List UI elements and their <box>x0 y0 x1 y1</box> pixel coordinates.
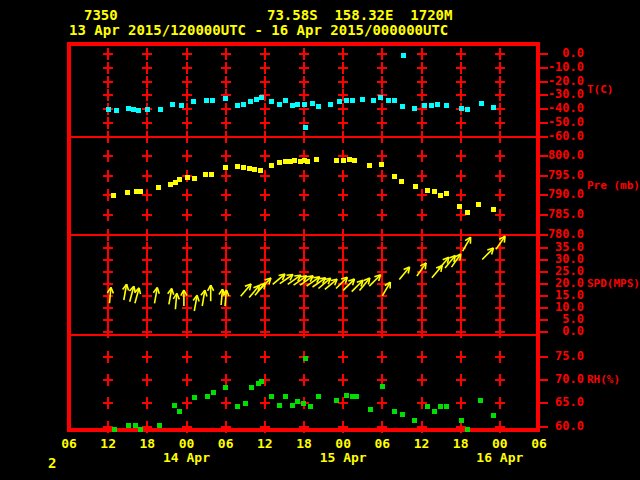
data-point-temperature <box>465 107 470 112</box>
data-point-relative_humidity <box>249 385 254 390</box>
data-point-pressure <box>457 204 462 209</box>
y-tick-label: -40.0 <box>540 102 584 115</box>
data-point-temperature <box>303 125 308 130</box>
y-tick-label: 65.0 <box>540 396 584 409</box>
panel-name-label: SPD(MPS) <box>587 278 640 290</box>
data-point-pressure <box>277 160 282 165</box>
data-point-temperature <box>248 99 253 104</box>
data-point-temperature <box>444 103 449 108</box>
data-point-temperature <box>191 99 196 104</box>
data-point-relative_humidity <box>368 407 373 412</box>
data-point-temperature <box>158 107 163 112</box>
data-point-pressure <box>241 165 246 170</box>
data-point-relative_humidity <box>235 404 240 409</box>
data-point-relative_humidity <box>478 398 483 403</box>
data-point-relative_humidity <box>290 403 295 408</box>
x-date-label: 15 Apr <box>313 451 373 465</box>
data-point-temperature <box>412 106 417 111</box>
data-point-temperature <box>235 103 240 108</box>
data-point-relative_humidity <box>380 384 385 389</box>
y-tick-label: 60.0 <box>540 420 584 433</box>
data-point-temperature <box>210 98 215 103</box>
data-point-pressure <box>209 172 214 177</box>
x-tick-label: 00 <box>331 437 355 451</box>
data-point-relative_humidity <box>126 423 131 428</box>
x-tick-label: 00 <box>175 437 199 451</box>
data-point-relative_humidity <box>223 385 228 390</box>
data-point-temperature <box>277 102 282 107</box>
data-point-temperature <box>241 102 246 107</box>
data-point-relative_humidity <box>354 394 359 399</box>
data-point-temperature <box>114 108 119 113</box>
data-point-pressure <box>111 193 116 198</box>
data-point-relative_humidity <box>432 409 437 414</box>
data-point-temperature <box>290 103 295 108</box>
x-tick-label: 06 <box>57 437 81 451</box>
x-tick-label: 06 <box>527 437 551 451</box>
data-point-pressure <box>192 176 197 181</box>
data-point-pressure <box>292 158 297 163</box>
data-point-temperature <box>386 98 391 103</box>
y-tick-label: 800.0 <box>540 149 584 162</box>
panel-name-label: RH(%) <box>587 374 620 386</box>
data-point-temperature <box>435 102 440 107</box>
x-tick-label: 00 <box>488 437 512 451</box>
data-point-temperature <box>259 95 264 100</box>
data-point-relative_humidity <box>308 404 313 409</box>
data-point-relative_humidity <box>112 427 117 432</box>
data-point-pressure <box>185 175 190 180</box>
x-tick-label: 06 <box>370 437 394 451</box>
data-point-temperature <box>400 104 405 109</box>
data-point-relative_humidity <box>303 356 308 361</box>
data-point-temperature <box>371 98 376 103</box>
data-point-temperature <box>328 102 333 107</box>
y-tick-label: 0.0 <box>540 47 584 60</box>
data-point-relative_humidity <box>192 395 197 400</box>
y-tick-label: 70.0 <box>540 373 584 386</box>
data-point-relative_humidity <box>211 390 216 395</box>
data-point-pressure <box>252 167 257 172</box>
data-point-temperature <box>283 98 288 103</box>
y-tick-label: -60.0 <box>540 130 584 143</box>
x-tick-label: 18 <box>449 437 473 451</box>
data-point-relative_humidity <box>172 403 177 408</box>
y-tick-label: -20.0 <box>540 75 584 88</box>
data-point-temperature <box>422 103 427 108</box>
data-point-temperature <box>223 96 228 101</box>
data-point-relative_humidity <box>301 401 306 406</box>
data-point-temperature <box>491 105 496 110</box>
data-point-pressure <box>341 158 346 163</box>
data-point-relative_humidity <box>177 409 182 414</box>
y-tick-label: 0.0 <box>540 325 584 338</box>
data-point-relative_humidity <box>277 403 282 408</box>
x-tick-label: 06 <box>214 437 238 451</box>
data-point-pressure <box>392 174 397 179</box>
data-point-temperature <box>106 107 111 112</box>
data-point-temperature <box>350 98 355 103</box>
data-point-pressure <box>235 164 240 169</box>
data-point-relative_humidity <box>465 427 470 432</box>
y-tick-label: 75.0 <box>540 350 584 363</box>
data-point-pressure <box>465 210 470 215</box>
y-tick-label: -10.0 <box>540 61 584 74</box>
x-date-label: 14 Apr <box>157 451 217 465</box>
x-tick-label: 18 <box>292 437 316 451</box>
data-point-pressure <box>367 163 372 168</box>
data-point-temperature <box>136 108 141 113</box>
data-point-pressure <box>399 179 404 184</box>
data-point-pressure <box>334 158 339 163</box>
data-point-pressure <box>125 190 130 195</box>
data-point-temperature <box>459 106 464 111</box>
corner-note: 2 <box>48 456 56 470</box>
plot-border <box>67 42 540 432</box>
data-point-relative_humidity <box>444 404 449 409</box>
data-point-relative_humidity <box>205 394 210 399</box>
data-point-relative_humidity <box>491 413 496 418</box>
panel-name-label: T(C) <box>587 84 614 96</box>
data-point-relative_humidity <box>459 418 464 423</box>
data-point-relative_humidity <box>138 427 143 432</box>
data-point-relative_humidity <box>392 409 397 414</box>
x-tick-label: 12 <box>253 437 277 451</box>
data-point-pressure <box>258 168 263 173</box>
meteogram-screen: 7350 73.58S 158.32E 1720M 13 Apr 2015/12… <box>0 0 640 480</box>
